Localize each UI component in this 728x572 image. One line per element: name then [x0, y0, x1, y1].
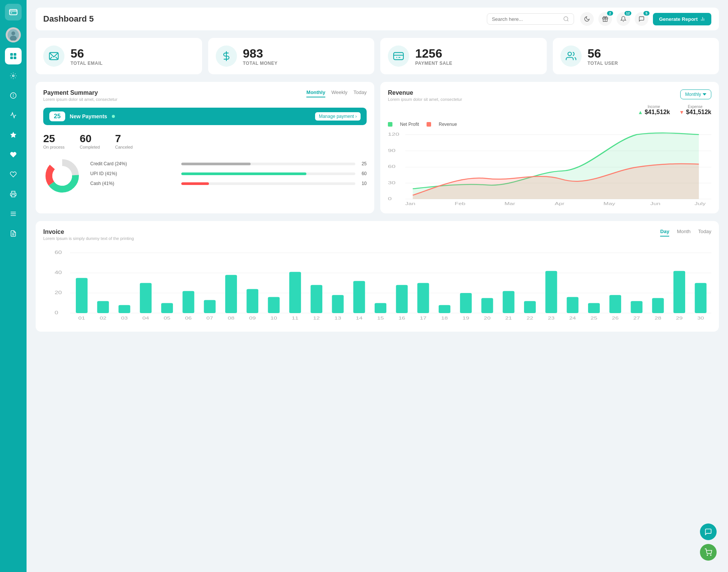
on-process-stat: 25 On process: [43, 133, 64, 149]
svg-text:30: 30: [697, 316, 704, 320]
income-label: Income: [638, 105, 670, 109]
svg-rect-80: [246, 289, 258, 313]
invoice-tab-day[interactable]: Day: [660, 229, 669, 237]
svg-rect-94: [396, 285, 408, 313]
payment-summary-subtitle: Lorem ipsum dolor sit amet, consectetur: [43, 97, 118, 102]
upi-bar-bg: [181, 172, 355, 175]
svg-rect-8: [14, 56, 16, 59]
svg-text:23: 23: [548, 316, 555, 320]
sidebar-item-analytics[interactable]: [5, 107, 22, 124]
svg-rect-90: [353, 281, 365, 313]
svg-text:0: 0: [55, 310, 58, 315]
svg-rect-114: [609, 295, 621, 313]
tab-monthly[interactable]: Monthly: [306, 89, 325, 97]
sidebar-item-likes[interactable]: [5, 166, 22, 183]
svg-text:40: 40: [55, 270, 62, 275]
svg-rect-7: [10, 56, 13, 59]
new-payments-dot: [112, 115, 115, 118]
total-user-icon: [560, 45, 582, 67]
revenue-monthly-btn[interactable]: Monthly: [680, 89, 711, 99]
manage-payment-link[interactable]: Manage payment ›: [315, 112, 361, 121]
payment-sale-label: PAYMENT SALE: [415, 61, 452, 66]
svg-rect-122: [695, 283, 706, 313]
header-icons: 2 12 5 Generate Report: [580, 12, 711, 26]
svg-rect-92: [375, 303, 386, 313]
svg-text:May: May: [603, 202, 615, 206]
svg-text:27: 27: [633, 316, 640, 320]
svg-text:20: 20: [484, 316, 491, 320]
svg-text:13: 13: [334, 316, 341, 320]
gift-button[interactable]: 2: [598, 12, 612, 26]
sidebar-logo[interactable]: [5, 4, 22, 20]
support-fab[interactable]: [700, 523, 717, 540]
svg-rect-76: [204, 300, 216, 313]
svg-text:Jan: Jan: [405, 202, 415, 206]
invoice-tab-today[interactable]: Today: [698, 229, 711, 237]
sidebar-item-settings[interactable]: [5, 67, 22, 84]
messages-button[interactable]: 5: [635, 12, 648, 26]
invoice-tab-month[interactable]: Month: [677, 229, 690, 237]
on-process-label: On process: [43, 145, 64, 149]
svg-text:30: 30: [388, 180, 395, 185]
svg-rect-74: [182, 291, 194, 313]
theme-toggle-button[interactable]: [580, 12, 594, 26]
svg-text:0: 0: [388, 196, 392, 201]
method-upi: UPI ID (41%) 60: [90, 171, 367, 176]
svg-marker-13: [11, 132, 16, 138]
svg-rect-1: [11, 13, 12, 13]
svg-rect-120: [673, 271, 685, 313]
tab-weekly[interactable]: Weekly: [331, 89, 347, 97]
user-avatar[interactable]: [6, 27, 21, 42]
upi-bar: [181, 172, 307, 175]
method-credit-card: Credit Card (24%) 25: [90, 161, 367, 166]
svg-rect-108: [545, 271, 557, 313]
revenue-legend-label: Revenue: [439, 122, 457, 127]
payment-summary-card: Payment Summary Lorem ipsum dolor sit am…: [36, 82, 374, 213]
notifications-badge: 12: [624, 11, 631, 16]
sidebar-item-info[interactable]: [5, 87, 22, 104]
payment-stats-mini: 25 On process 60 Completed 7 Canceled: [43, 133, 367, 149]
sidebar-item-print[interactable]: [5, 186, 22, 202]
svg-text:25: 25: [591, 316, 598, 320]
cash-label: Cash (41%): [90, 181, 177, 186]
svg-rect-102: [481, 298, 493, 313]
completed-number: 60: [80, 133, 100, 145]
payment-sale-icon: [388, 45, 409, 67]
svg-text:Apr: Apr: [555, 202, 565, 206]
svg-point-9: [13, 75, 14, 77]
svg-text:01: 01: [78, 316, 85, 320]
tab-today[interactable]: Today: [353, 89, 367, 97]
svg-rect-82: [268, 297, 280, 313]
svg-text:08: 08: [228, 316, 235, 320]
cart-fab[interactable]: [700, 544, 717, 561]
revenue-legend: Net Profit Revenue: [388, 122, 711, 127]
generate-report-button[interactable]: Generate Report: [653, 13, 711, 25]
svg-text:24: 24: [569, 316, 576, 320]
sidebar-item-list[interactable]: [5, 205, 22, 222]
gift-badge: 2: [607, 11, 613, 16]
new-payments-bar: 25 New Payments Manage payment ›: [43, 108, 367, 125]
svg-text:22: 22: [527, 316, 533, 320]
svg-rect-0: [9, 9, 17, 15]
search-box[interactable]: [487, 13, 574, 25]
notifications-button[interactable]: 12: [617, 12, 630, 26]
canceled-label: Canceled: [115, 145, 132, 149]
cash-bar: [181, 182, 209, 185]
revenue-card: Revenue Lorem ipsum dolor sit amet, cons…: [380, 82, 719, 213]
svg-rect-84: [289, 272, 301, 313]
svg-rect-100: [460, 293, 472, 313]
svg-text:09: 09: [249, 316, 256, 320]
sidebar-item-dashboard[interactable]: [5, 48, 22, 64]
total-user-label: TOTAL USER: [588, 61, 618, 66]
sidebar-item-docs[interactable]: [5, 225, 22, 242]
credit-card-count: 25: [359, 161, 367, 166]
sidebar: [0, 0, 27, 572]
sidebar-item-star[interactable]: [5, 127, 22, 143]
invoice-subtitle: Lorem Ipsum is simply dummy text of the …: [43, 236, 134, 241]
svg-marker-38: [703, 93, 706, 96]
revenue-title: Revenue: [388, 89, 462, 96]
svg-text:28: 28: [654, 316, 661, 320]
sidebar-item-favorites[interactable]: [5, 146, 22, 163]
svg-text:26: 26: [612, 316, 619, 320]
search-input[interactable]: [492, 16, 560, 22]
